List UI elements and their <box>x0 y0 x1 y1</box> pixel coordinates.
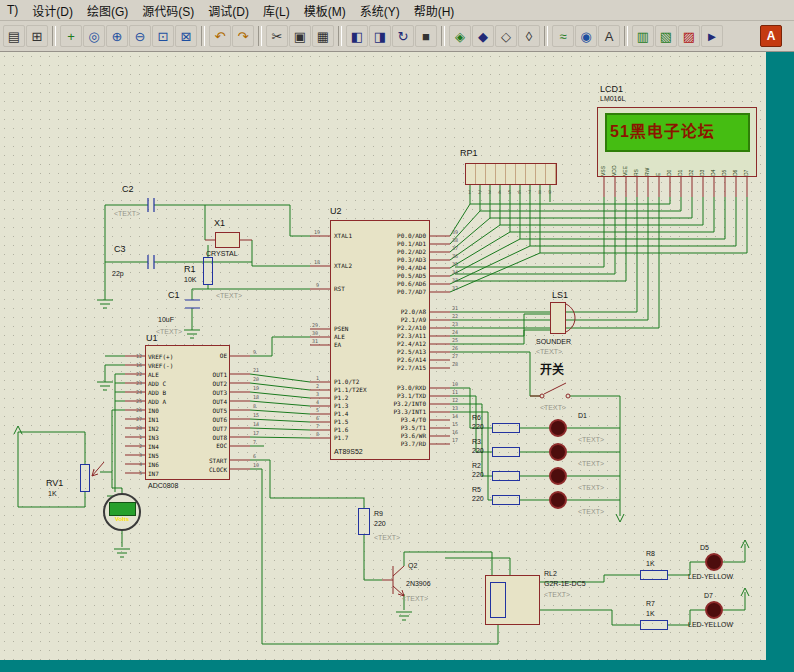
copy-icon: ▣ <box>294 30 306 43</box>
grid-toggle-button[interactable]: ⊞ <box>26 25 48 47</box>
menu-item-graph[interactable]: 绘图(G) <box>80 2 135 19</box>
decompose-button[interactable]: ◊ <box>518 25 540 47</box>
copy-button[interactable]: ▣ <box>289 25 311 47</box>
q2-part: 2N3906 <box>406 580 431 587</box>
zoom-area-button[interactable]: ⊡ <box>152 25 174 47</box>
u2-nums-p2: 21 22 23 24 25 26 27 28 <box>452 304 458 368</box>
ares-netlist-button[interactable]: A <box>760 25 782 47</box>
u2-part: AT89S52 <box>334 448 363 455</box>
rp1-pin-numbers: 1 2 3 4 5 6 7 8 9 <box>468 188 553 196</box>
r7-body[interactable] <box>640 620 668 630</box>
voltmeter[interactable]: Volts <box>103 493 141 531</box>
origin-button[interactable]: + <box>60 25 82 47</box>
u2-nums-ctrl: 29 30 31 <box>312 321 318 345</box>
goto-sheet-button[interactable]: ► <box>701 25 723 47</box>
u1-nums-out: 21 20 19 18 8 15 14 17 <box>253 366 259 438</box>
led-d1[interactable] <box>549 419 567 437</box>
zoom-out-button[interactable]: ⊖ <box>129 25 151 47</box>
menu-item-help[interactable]: 帮助(H) <box>407 2 462 19</box>
u2-pin-xtal2: XTAL2 <box>334 262 352 270</box>
design-explorer-button[interactable]: ▥ <box>632 25 654 47</box>
new-design-button[interactable]: ▤ <box>3 25 25 47</box>
remove-sheet-button[interactable]: ▨ <box>678 25 700 47</box>
zoom-out-icon: ⊖ <box>135 30 146 43</box>
menu-item-debug[interactable]: 调试(D) <box>201 2 256 19</box>
block-delete-button[interactable]: ■ <box>415 25 437 47</box>
toolbar-separator <box>52 26 56 46</box>
led-d7[interactable] <box>705 601 723 619</box>
r1-body[interactable] <box>203 257 213 285</box>
menu-item-template[interactable]: 模板(M) <box>297 2 353 19</box>
search-tag-icon: ◉ <box>580 30 591 43</box>
led-d4[interactable] <box>549 491 567 509</box>
undo-button[interactable]: ↶ <box>209 25 231 47</box>
crystal-body[interactable] <box>215 232 240 248</box>
paste-icon: ▦ <box>317 30 329 43</box>
block-rotate-button[interactable]: ↻ <box>392 25 414 47</box>
u1-pin-oe: OE <box>181 352 227 360</box>
make-device-button[interactable]: ◆ <box>472 25 494 47</box>
toolbar-separator <box>544 26 548 46</box>
menu-item-system[interactable]: 系统(Y) <box>353 2 407 19</box>
r7-ref: R7 <box>646 600 655 607</box>
center-cursor-icon: ◎ <box>88 30 99 43</box>
rp1-body[interactable] <box>465 163 557 185</box>
toolbar-separator <box>338 26 342 46</box>
u2-pin-xtal1: XTAL1 <box>334 232 352 240</box>
menu-item-design[interactable]: 设计(D) <box>25 2 80 19</box>
zoom-all-icon: ⊠ <box>181 30 192 43</box>
r3-body[interactable] <box>492 447 520 457</box>
relay-coil <box>490 582 506 618</box>
center-cursor-button[interactable]: ◎ <box>83 25 105 47</box>
u2-ref: U2 <box>330 206 342 216</box>
d7-part: LED-YELLOW <box>688 621 733 628</box>
block-move-icon: ◨ <box>374 30 386 43</box>
pick-device-button[interactable]: ◈ <box>449 25 471 47</box>
r6-body[interactable] <box>492 423 520 433</box>
sounder-body[interactable] <box>550 302 566 334</box>
r9-body[interactable] <box>358 508 370 535</box>
r5-body[interactable] <box>492 495 520 505</box>
redo-icon: ↷ <box>238 30 249 43</box>
menu-item-source[interactable]: 源代码(S) <box>135 2 201 19</box>
r5-value: 220 <box>472 495 484 502</box>
lcd-pin-d3: D3 <box>699 152 710 176</box>
lcd-pin-e: E <box>655 152 666 176</box>
ls1-part: SOUNDER <box>536 338 571 345</box>
switch-label: 开关 <box>540 360 564 377</box>
workspace-edge-bottom <box>0 660 766 672</box>
lcd-pin-d4: D4 <box>710 152 721 176</box>
wire-autorouter-button[interactable]: ≈ <box>552 25 574 47</box>
text-placeholder: <TEXT> <box>536 348 562 355</box>
paste-button[interactable]: ▦ <box>312 25 334 47</box>
zoom-all-button[interactable]: ⊠ <box>175 25 197 47</box>
new-sheet-button[interactable]: ▧ <box>655 25 677 47</box>
ls1-ref: LS1 <box>552 290 568 300</box>
block-move-button[interactable]: ◨ <box>369 25 391 47</box>
c3-ref: C3 <box>114 244 126 254</box>
packaging-tool-button[interactable]: ◇ <box>495 25 517 47</box>
property-assignment-button[interactable]: A <box>598 25 620 47</box>
block-copy-button[interactable]: ◧ <box>346 25 368 47</box>
menu-item-partial[interactable]: T) <box>0 3 25 17</box>
r8-body[interactable] <box>640 570 668 580</box>
u2-pins-p0: P0.0/AD0 P0.1/AD1 P0.2/AD2 P0.3/AD3 P0.4… <box>352 232 426 296</box>
search-tag-button[interactable]: ◉ <box>575 25 597 47</box>
toolbar-separator <box>441 26 445 46</box>
led-d3[interactable] <box>549 467 567 485</box>
redo-button[interactable]: ↷ <box>232 25 254 47</box>
zoom-in-button[interactable]: ⊕ <box>106 25 128 47</box>
r2-value: 220 <box>472 471 484 478</box>
text-placeholder: <TEXT> <box>216 292 242 299</box>
led-d2[interactable] <box>549 443 567 461</box>
menu-item-library[interactable]: 库(L) <box>256 2 297 19</box>
rv1-body[interactable] <box>80 464 90 492</box>
wire-autorouter-icon: ≈ <box>559 30 566 43</box>
lcd-pin-rw: RW <box>644 152 655 176</box>
u2-nums-p1: 1 2 3 4 5 6 7 8 <box>316 374 319 438</box>
cut-button[interactable]: ✂ <box>266 25 288 47</box>
make-device-icon: ◆ <box>478 30 488 43</box>
led-d5[interactable] <box>705 553 723 571</box>
r2-body[interactable] <box>492 471 520 481</box>
schematic-canvas[interactable]: U2 AT89S52 XTAL1 XTAL2 RST PSEN ALE EA P… <box>0 52 766 660</box>
